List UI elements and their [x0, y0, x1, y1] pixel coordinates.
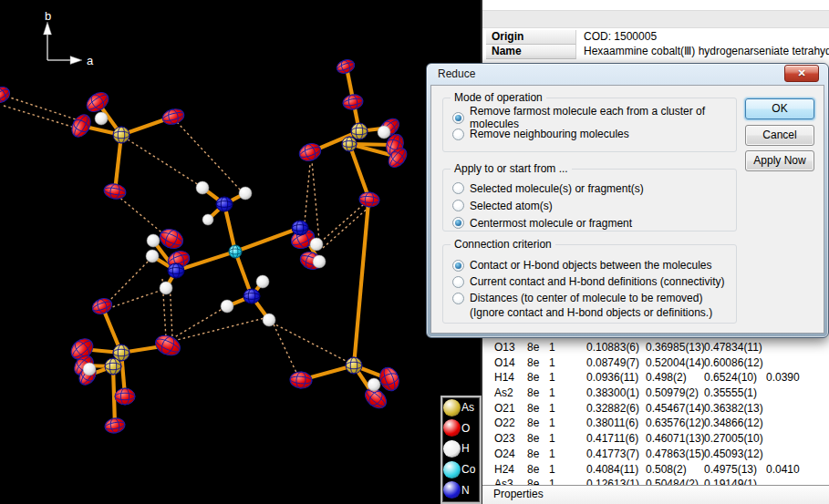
radio-label[interactable]: Selected molecule(s) or fragment(s): [470, 182, 644, 195]
radio-button-icon[interactable]: [452, 182, 464, 194]
atom-O[interactable]: [68, 111, 95, 140]
atom-H[interactable]: [160, 282, 172, 294]
atom-table-row[interactable]: O248e10.41773(7)0.47863(15)0.45093(12): [482, 447, 829, 462]
hydrogen-bond: [128, 139, 199, 185]
atom-table-cell: 0.63576(12): [646, 417, 705, 429]
atom-table-row[interactable]: O238e10.41711(6)0.46071(13)0.27005(10): [482, 431, 829, 447]
atom-table-cell: 0.38011(6): [586, 417, 638, 429]
atom-O[interactable]: [0, 84, 13, 106]
atom-table-cell: 0.4975(13): [704, 463, 757, 476]
atom-table-row[interactable]: O148e10.08749(7)0.52004(14)0.60086(12): [482, 355, 829, 371]
hydrogen-bond: [274, 324, 298, 376]
radio-button-icon[interactable]: [452, 260, 464, 272]
ok-button[interactable]: OK: [745, 98, 814, 119]
atom-table-row[interactable]: O218e10.32882(6)0.45467(14)0.36382(13): [482, 401, 829, 417]
atom-table-cell: 0.08749(7): [586, 356, 639, 369]
radio-option[interactable]: Remove farmost molecule each from a clus…: [443, 109, 736, 126]
atom-O[interactable]: [297, 140, 324, 163]
atom-table-row[interactable]: As38e10.12613(1)0.50484(2)0.19149(1): [482, 477, 829, 485]
radio-option[interactable]: Contact or H-bond objects between the mo…: [443, 257, 736, 273]
radio-option[interactable]: Selected molecule(s) or fragment(s): [443, 180, 736, 197]
atom-O[interactable]: [83, 88, 112, 116]
atom-N[interactable]: [244, 289, 260, 303]
atom-O[interactable]: [377, 365, 402, 393]
atom-O[interactable]: [115, 388, 135, 405]
atom-coordinates-table: O138e10.10883(6)0.36985(13)0.47834(11)O1…: [482, 340, 829, 485]
dialog-title[interactable]: Reduce: [438, 67, 475, 80]
atom-H[interactable]: [95, 112, 108, 125]
atom-H[interactable]: [202, 214, 213, 225]
radio-label[interactable]: Remove neighbouring molecules: [470, 128, 629, 140]
legend-item-co: Co: [442, 459, 480, 480]
radio-button-icon[interactable]: [452, 293, 464, 304]
atom-table-cell: 0.41711(6): [586, 432, 638, 445]
atom-H[interactable]: [221, 300, 233, 313]
atom-H[interactable]: [256, 275, 269, 288]
atom-sphere-icon: [443, 419, 461, 437]
atom-H[interactable]: [368, 378, 380, 391]
bond: [235, 228, 300, 252]
radio-option[interactable]: Centermost molecule or fragment: [443, 214, 736, 231]
atom-H[interactable]: [196, 181, 209, 194]
atom-O[interactable]: [152, 332, 183, 359]
properties-section-header[interactable]: Properties: [482, 485, 829, 504]
atom-table-row[interactable]: O228e10.38011(6)0.63576(12)0.34866(12): [482, 416, 829, 431]
atom-O[interactable]: [104, 417, 126, 435]
radio-button-icon[interactable]: [452, 112, 464, 124]
radio-label[interactable]: Contact or H-bond objects between the mo…: [470, 259, 711, 272]
atom-O[interactable]: [90, 296, 114, 317]
radio-label[interactable]: Current contact and H-bond definitions (…: [470, 275, 724, 288]
atom-As[interactable]: [113, 127, 130, 143]
apply-now-button[interactable]: Apply Now: [745, 150, 814, 171]
atom-N[interactable]: [168, 263, 184, 278]
radio-button-icon[interactable]: [452, 200, 464, 211]
legend-item-o: O: [442, 418, 480, 439]
atom-layer: [0, 57, 410, 435]
atom-N[interactable]: [292, 221, 308, 235]
group-box-2: Apply to or start from ...Selected molec…: [442, 169, 737, 231]
cancel-button[interactable]: Cancel: [745, 125, 814, 146]
atom-O[interactable]: [103, 182, 127, 201]
hydrogen-bond: [106, 258, 151, 304]
radio-option[interactable]: Selected atom(s): [443, 197, 736, 214]
radio-button-icon[interactable]: [452, 217, 464, 229]
atom-O[interactable]: [161, 107, 185, 127]
atom-As[interactable]: [342, 137, 357, 151]
radio-option[interactable]: Current contact and H-bond definitions (…: [443, 273, 736, 290]
application-window: ba AsOHCoN OriginCOD: 1500005NameHexaamm…: [0, 0, 829, 504]
close-icon[interactable]: ✕: [784, 65, 819, 82]
radio-label[interactable]: Centermost molecule or fragment: [470, 217, 632, 230]
atom-H[interactable]: [83, 363, 96, 375]
atom-table-row[interactable]: H248e10.4084(11)0.508(2)0.4975(13)0.0410: [482, 462, 829, 478]
radio-button-icon[interactable]: [452, 276, 464, 288]
atom-H[interactable]: [263, 314, 275, 326]
atom-As[interactable]: [351, 123, 368, 139]
atom-table-row[interactable]: O138e10.10883(6)0.36985(13)0.47834(11): [482, 340, 829, 355]
atom-table-cell: 0.47863(15): [646, 447, 705, 460]
atom-table-row[interactable]: As28e10.38300(1)0.50979(2)0.35555(1): [482, 386, 829, 401]
radio-option[interactable]: Distances (to center of molecule to be r…: [443, 290, 736, 306]
atom-table-row[interactable]: H148e10.0936(11)0.498(2)0.6524(10)0.0390: [482, 370, 829, 386]
atom-H[interactable]: [313, 255, 326, 268]
radio-button-icon[interactable]: [452, 129, 464, 140]
radio-label[interactable]: Selected atom(s): [470, 200, 553, 212]
atom-Co[interactable]: [229, 245, 242, 258]
atom-O[interactable]: [342, 93, 364, 111]
atom-O[interactable]: [335, 57, 357, 76]
molecule-scene[interactable]: ba: [0, 0, 481, 504]
radio-label[interactable]: Distances (to center of molecule to be r…: [470, 292, 702, 304]
info-value: Hexaammine cobalt(Ⅲ) hydrogenarseniate t…: [584, 45, 829, 58]
atom-H[interactable]: [146, 250, 159, 262]
atom-H[interactable]: [239, 187, 252, 200]
atom-As[interactable]: [346, 357, 362, 374]
atom-H[interactable]: [378, 126, 390, 139]
axis-label-a: a: [87, 54, 94, 67]
atom-H[interactable]: [310, 238, 323, 251]
structure-viewport[interactable]: ba: [0, 0, 481, 504]
atom-O[interactable]: [289, 371, 312, 389]
atom-As[interactable]: [105, 358, 121, 375]
atom-H[interactable]: [147, 234, 160, 247]
group-box-1: Mode of operationRemove farmost molecule…: [442, 98, 737, 152]
atom-N[interactable]: [216, 197, 233, 211]
radio-label[interactable]: Remove farmost molecule each from a clus…: [470, 105, 736, 130]
